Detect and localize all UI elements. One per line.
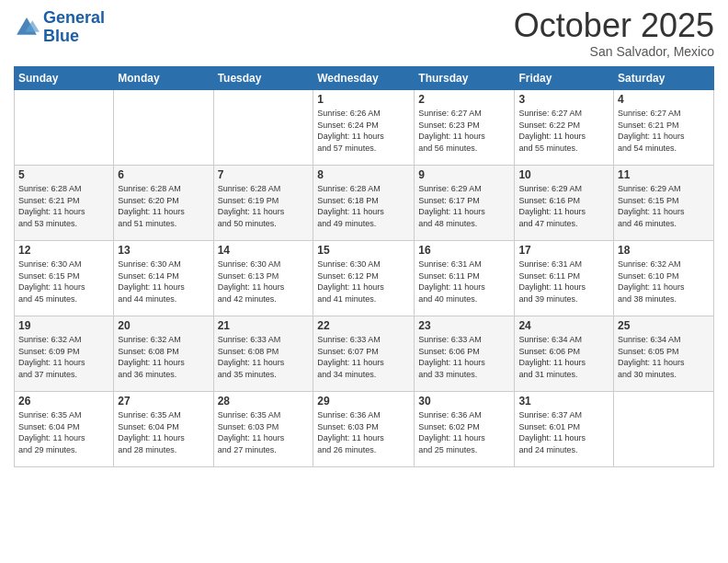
- table-row: [114, 90, 213, 166]
- table-row: 17Sunrise: 6:31 AM Sunset: 6:11 PM Dayli…: [515, 241, 614, 316]
- calendar-week-row: 12Sunrise: 6:30 AM Sunset: 6:15 PM Dayli…: [15, 241, 714, 316]
- table-row: [15, 90, 114, 166]
- day-info: Sunrise: 6:29 AM Sunset: 6:17 PM Dayligh…: [418, 183, 510, 229]
- day-info: Sunrise: 6:34 AM Sunset: 6:05 PM Dayligh…: [618, 334, 710, 380]
- table-row: 20Sunrise: 6:32 AM Sunset: 6:08 PM Dayli…: [114, 316, 213, 392]
- table-row: 6Sunrise: 6:28 AM Sunset: 6:20 PM Daylig…: [114, 166, 213, 241]
- table-row: 16Sunrise: 6:31 AM Sunset: 6:11 PM Dayli…: [415, 241, 515, 316]
- day-number: 3: [518, 93, 609, 106]
- day-number: 9: [418, 168, 510, 181]
- table-row: 13Sunrise: 6:30 AM Sunset: 6:14 PM Dayli…: [114, 241, 213, 316]
- col-wednesday: Wednesday: [313, 67, 415, 90]
- logo: General Blue: [14, 9, 105, 46]
- table-row: 7Sunrise: 6:28 AM Sunset: 6:19 PM Daylig…: [213, 166, 313, 241]
- day-number: 16: [418, 244, 510, 257]
- month-title: October 2025: [514, 9, 714, 42]
- table-row: 19Sunrise: 6:32 AM Sunset: 6:09 PM Dayli…: [15, 316, 114, 392]
- day-number: 4: [618, 93, 710, 106]
- day-info: Sunrise: 6:28 AM Sunset: 6:21 PM Dayligh…: [18, 183, 109, 229]
- day-number: 28: [218, 395, 310, 408]
- day-info: Sunrise: 6:36 AM Sunset: 6:02 PM Dayligh…: [418, 409, 510, 455]
- day-info: Sunrise: 6:26 AM Sunset: 6:24 PM Dayligh…: [317, 108, 410, 154]
- day-info: Sunrise: 6:30 AM Sunset: 6:12 PM Dayligh…: [317, 259, 410, 304]
- day-info: Sunrise: 6:28 AM Sunset: 6:18 PM Dayligh…: [317, 183, 410, 229]
- day-number: 1: [317, 93, 410, 106]
- day-info: Sunrise: 6:33 AM Sunset: 6:07 PM Dayligh…: [317, 334, 410, 380]
- title-area: October 2025 San Salvador, Mexico: [514, 9, 714, 59]
- day-number: 20: [118, 319, 209, 332]
- day-info: Sunrise: 6:27 AM Sunset: 6:23 PM Dayligh…: [418, 108, 510, 154]
- day-number: 26: [18, 395, 109, 408]
- col-tuesday: Tuesday: [213, 67, 313, 90]
- table-row: 22Sunrise: 6:33 AM Sunset: 6:07 PM Dayli…: [313, 316, 415, 392]
- table-row: 25Sunrise: 6:34 AM Sunset: 6:05 PM Dayli…: [614, 316, 714, 392]
- calendar-week-row: 5Sunrise: 6:28 AM Sunset: 6:21 PM Daylig…: [15, 166, 714, 241]
- col-friday: Friday: [515, 67, 614, 90]
- table-row: 26Sunrise: 6:35 AM Sunset: 6:04 PM Dayli…: [15, 392, 114, 467]
- day-number: 19: [18, 319, 109, 332]
- col-monday: Monday: [114, 67, 213, 90]
- day-number: 7: [218, 168, 310, 181]
- table-row: 3Sunrise: 6:27 AM Sunset: 6:22 PM Daylig…: [515, 90, 614, 166]
- day-number: 27: [118, 395, 209, 408]
- day-info: Sunrise: 6:36 AM Sunset: 6:03 PM Dayligh…: [317, 409, 410, 455]
- day-info: Sunrise: 6:31 AM Sunset: 6:11 PM Dayligh…: [418, 259, 510, 304]
- table-row: [213, 90, 313, 166]
- day-number: 23: [418, 319, 510, 332]
- table-row: 10Sunrise: 6:29 AM Sunset: 6:16 PM Dayli…: [515, 166, 614, 241]
- day-number: 14: [218, 244, 310, 257]
- day-number: 6: [118, 168, 209, 181]
- day-info: Sunrise: 6:35 AM Sunset: 6:04 PM Dayligh…: [18, 409, 109, 455]
- day-number: 22: [317, 319, 410, 332]
- col-saturday: Saturday: [614, 67, 714, 90]
- day-info: Sunrise: 6:27 AM Sunset: 6:21 PM Dayligh…: [618, 108, 710, 154]
- day-info: Sunrise: 6:37 AM Sunset: 6:01 PM Dayligh…: [518, 409, 609, 455]
- table-row: 4Sunrise: 6:27 AM Sunset: 6:21 PM Daylig…: [614, 90, 714, 166]
- table-row: 11Sunrise: 6:29 AM Sunset: 6:15 PM Dayli…: [614, 166, 714, 241]
- day-info: Sunrise: 6:35 AM Sunset: 6:03 PM Dayligh…: [218, 409, 310, 455]
- day-number: 18: [618, 244, 710, 257]
- header: General Blue October 2025 San Salvador, …: [14, 9, 714, 59]
- day-info: Sunrise: 6:29 AM Sunset: 6:16 PM Dayligh…: [518, 183, 609, 229]
- day-info: Sunrise: 6:27 AM Sunset: 6:22 PM Dayligh…: [518, 108, 609, 154]
- calendar-week-row: 1Sunrise: 6:26 AM Sunset: 6:24 PM Daylig…: [15, 90, 714, 166]
- table-row: 1Sunrise: 6:26 AM Sunset: 6:24 PM Daylig…: [313, 90, 415, 166]
- day-number: 31: [518, 395, 609, 408]
- day-number: 8: [317, 168, 410, 181]
- calendar: Sunday Monday Tuesday Wednesday Thursday…: [14, 66, 714, 467]
- day-info: Sunrise: 6:28 AM Sunset: 6:19 PM Dayligh…: [218, 183, 310, 229]
- day-info: Sunrise: 6:32 AM Sunset: 6:09 PM Dayligh…: [18, 334, 109, 380]
- table-row: 9Sunrise: 6:29 AM Sunset: 6:17 PM Daylig…: [415, 166, 515, 241]
- day-number: 12: [18, 244, 109, 257]
- day-number: 15: [317, 244, 410, 257]
- day-number: 29: [317, 395, 410, 408]
- day-info: Sunrise: 6:28 AM Sunset: 6:20 PM Dayligh…: [118, 183, 209, 229]
- day-info: Sunrise: 6:29 AM Sunset: 6:15 PM Dayligh…: [618, 183, 710, 229]
- day-info: Sunrise: 6:32 AM Sunset: 6:10 PM Dayligh…: [618, 259, 710, 304]
- table-row: 2Sunrise: 6:27 AM Sunset: 6:23 PM Daylig…: [415, 90, 515, 166]
- table-row: [614, 392, 714, 467]
- day-info: Sunrise: 6:30 AM Sunset: 6:14 PM Dayligh…: [118, 259, 209, 304]
- day-number: 2: [418, 93, 510, 106]
- day-number: 24: [518, 319, 609, 332]
- logo-line2: Blue: [43, 27, 79, 45]
- day-info: Sunrise: 6:33 AM Sunset: 6:08 PM Dayligh…: [218, 334, 310, 380]
- table-row: 18Sunrise: 6:32 AM Sunset: 6:10 PM Dayli…: [614, 241, 714, 316]
- day-info: Sunrise: 6:35 AM Sunset: 6:04 PM Dayligh…: [118, 409, 209, 455]
- day-info: Sunrise: 6:34 AM Sunset: 6:06 PM Dayligh…: [518, 334, 609, 380]
- day-info: Sunrise: 6:31 AM Sunset: 6:11 PM Dayligh…: [518, 259, 609, 304]
- table-row: 14Sunrise: 6:30 AM Sunset: 6:13 PM Dayli…: [213, 241, 313, 316]
- location: San Salvador, Mexico: [514, 44, 714, 59]
- day-info: Sunrise: 6:32 AM Sunset: 6:08 PM Dayligh…: [118, 334, 209, 380]
- day-number: 17: [518, 244, 609, 257]
- logo-icon: [14, 15, 40, 40]
- logo-text: General Blue: [43, 9, 105, 46]
- table-row: 12Sunrise: 6:30 AM Sunset: 6:15 PM Dayli…: [15, 241, 114, 316]
- calendar-week-row: 19Sunrise: 6:32 AM Sunset: 6:09 PM Dayli…: [15, 316, 714, 392]
- day-number: 10: [518, 168, 609, 181]
- day-number: 30: [418, 395, 510, 408]
- logo-line1: General: [43, 8, 105, 27]
- table-row: 29Sunrise: 6:36 AM Sunset: 6:03 PM Dayli…: [313, 392, 415, 467]
- day-number: 11: [618, 168, 710, 181]
- day-number: 21: [218, 319, 310, 332]
